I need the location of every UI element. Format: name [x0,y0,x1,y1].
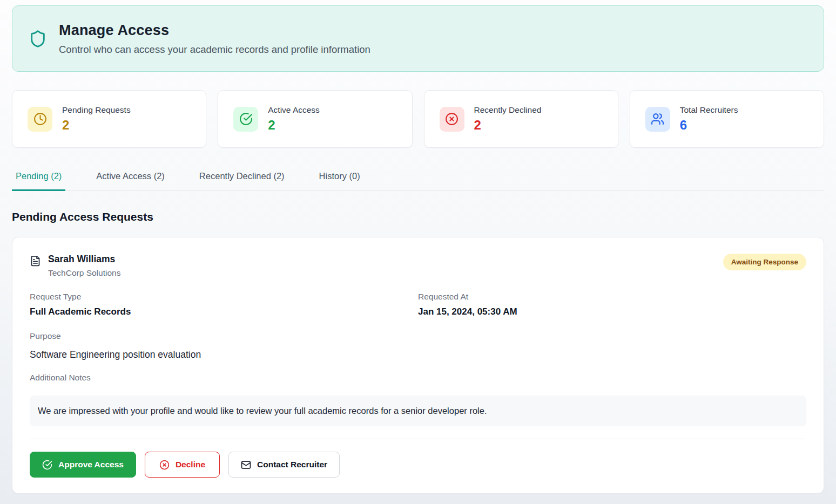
stat-value: 2 [268,118,320,133]
stat-value: 2 [62,118,131,133]
field-notes: Additional Notes [30,373,806,383]
stat-label: Recently Declined [474,105,542,115]
stat-card-pending-requests: Pending Requests 2 [12,90,206,148]
field-label: Additional Notes [30,373,806,383]
tab-bar: Pending (2) Active Access (2) Recently D… [12,165,824,191]
section-title: Pending Access Requests [12,210,824,223]
field-label: Requested At [418,292,806,302]
page-subtitle: Control who can access your academic rec… [59,44,370,56]
stat-label: Active Access [268,105,320,115]
contact-recruiter-button[interactable]: Contact Recruiter [228,452,340,478]
stat-card-active-access: Active Access 2 [218,90,412,148]
stat-card-recently-declined: Recently Declined 2 [424,90,618,148]
tab-active-access[interactable]: Active Access (2) [92,165,168,191]
additional-notes-box: We are impressed with your profile and w… [30,396,806,426]
recruiter-name: Sarah Williams [48,254,120,265]
stat-label: Pending Requests [62,105,131,115]
mail-icon [241,460,251,470]
request-header: Sarah Williams TechCorp Solutions Awaiti… [30,254,806,278]
stat-value: 2 [474,118,542,133]
check-circle-icon [42,460,52,470]
tab-history[interactable]: History (0) [315,165,364,191]
stat-card-total-recruiters: Total Recruiters 6 [630,90,824,148]
requested-at-value: Jan 15, 2024, 05:30 AM [418,307,806,317]
field-requested-at: Requested At Jan 15, 2024, 05:30 AM [418,292,806,317]
stat-value: 6 [680,118,738,133]
tab-recently-declined[interactable]: Recently Declined (2) [195,165,288,191]
divider [30,439,806,439]
banner-text: Manage Access Control who can access you… [59,22,370,56]
recruiter-company: TechCorp Solutions [48,268,120,278]
check-circle-icon [233,107,258,132]
request-actions: Approve Access Decline Contact Recruiter [30,452,806,478]
pending-request-card: Sarah Williams TechCorp Solutions Awaiti… [12,237,824,494]
clock-icon [28,107,52,132]
approve-access-button[interactable]: Approve Access [30,452,136,478]
manage-access-banner: Manage Access Control who can access you… [12,5,824,72]
field-label: Purpose [30,331,806,341]
stat-label: Total Recruiters [680,105,738,115]
x-circle-icon [440,107,464,132]
request-fields: Request Type Full Academic Records Reque… [30,292,806,426]
page-title: Manage Access [59,22,370,39]
users-icon [645,107,670,132]
purpose-value: Software Engineering position evaluation [30,349,806,360]
field-purpose: Purpose Software Engineering position ev… [30,331,806,360]
field-request-type: Request Type Full Academic Records [30,292,418,317]
decline-button[interactable]: Decline [145,452,220,478]
stats-row: Pending Requests 2 Active Access 2 [12,90,824,148]
x-circle-icon [159,460,170,470]
shield-icon [29,28,47,50]
status-badge: Awaiting Response [723,254,806,270]
manage-access-page: Manage Access Control who can access you… [0,0,836,494]
tab-pending[interactable]: Pending (2) [12,165,65,191]
field-label: Request Type [30,292,418,302]
request-type-value: Full Academic Records [30,307,418,317]
file-text-icon [30,255,41,278]
